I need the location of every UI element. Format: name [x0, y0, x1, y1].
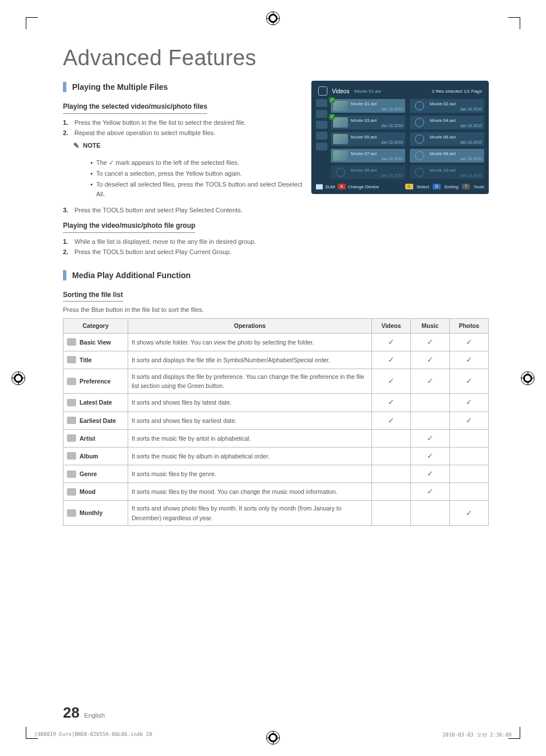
video-reel-icon — [412, 134, 427, 144]
music-cell: ✓ — [411, 483, 450, 501]
photos-cell: ✓ — [450, 394, 489, 411]
photos-cell: ✓ — [450, 333, 489, 351]
table-row: AlbumIt sorts the music file by album in… — [64, 447, 489, 465]
file-name: Movie 01.avi — [351, 101, 403, 106]
file-date: Jan.10.2010 — [351, 140, 403, 144]
tv-file-item[interactable]: ✓Movie 03.aviJan.10.2010 — [331, 116, 405, 129]
tv-breadcrumb: /Movie 01.avi — [354, 89, 381, 94]
operations-cell: It sorts and shows files by latest date. — [128, 394, 372, 411]
operations-cell: It sorts the music file by artist in alp… — [128, 429, 372, 447]
music-cell: ✓ — [411, 369, 450, 394]
section-bar-icon — [63, 82, 66, 92]
category-cell: Genre — [67, 469, 124, 478]
file-date: Jan.10.2010 — [430, 140, 482, 144]
step-text: Repeat the above operation to select mul… — [74, 128, 215, 138]
operations-cell: It sorts and displays the file by prefer… — [128, 369, 372, 394]
category-icon — [67, 356, 76, 363]
tv-file-item[interactable]: ✓Movie 01.aviJan.10.2010 — [331, 99, 405, 113]
group-step-2: 2. Press the TOOLS button and select Pla… — [63, 247, 489, 257]
note-bullet: To cancel a selection, press the Yellow … — [90, 169, 489, 179]
videos-cell — [372, 465, 411, 483]
step-1: 1. Press the Yellow button in the file l… — [63, 118, 303, 128]
file-name: Movie 06.avi — [430, 134, 482, 140]
page-number-value: 28 — [63, 704, 80, 722]
note-bullet: To deselect all selected files, press th… — [90, 180, 489, 199]
subheading-file-group: Playing the video/music/photo file group — [63, 220, 195, 233]
table-row: Latest DateIt sorts and shows files by l… — [64, 394, 489, 411]
tv-file-item[interactable]: Movie 06.aviJan.10.2010 — [410, 132, 484, 146]
videos-cell — [372, 429, 411, 447]
video-thumb — [333, 134, 348, 144]
photos-cell — [450, 483, 489, 501]
category-cell: Basic View — [67, 338, 124, 347]
category-icon — [67, 338, 76, 346]
step-text: Press the TOOLS button and select Play S… — [74, 205, 243, 215]
tv-section-label: Videos — [332, 88, 349, 94]
section2-title: Media Play Additional Function — [72, 271, 191, 280]
category-icon — [67, 470, 76, 478]
category-icon — [67, 488, 76, 496]
tv-status: 2 files selected 1/1 Page — [432, 89, 482, 94]
step-number: 3. — [63, 205, 71, 215]
photos-cell — [450, 429, 489, 447]
category-icon — [67, 378, 76, 385]
crop-tl — [26, 17, 38, 29]
music-cell: ✓ — [411, 447, 450, 465]
footer-left: [400019-Euro]BN68-02655A-00L06.indb 28 — [34, 731, 152, 739]
operations-cell: It sorts and displays the file title in … — [128, 351, 372, 369]
step-number: 2. — [63, 247, 71, 257]
table-row: PreferenceIt sorts and displays the file… — [64, 369, 489, 394]
step-text: Press the Yellow button in the file list… — [74, 118, 246, 128]
registration-mark-right — [521, 371, 535, 385]
file-date: Jan.10.2010 — [430, 107, 482, 111]
crop-tr — [508, 17, 520, 29]
category-icon — [67, 509, 76, 517]
th-operations: Operations — [128, 319, 372, 333]
th-photos: Photos — [450, 319, 489, 333]
category-icon — [67, 399, 76, 406]
photos-cell: ✓ — [450, 351, 489, 369]
table-row: Basic ViewIt shows whole folder. You can… — [64, 333, 489, 351]
subheading-selected-files: Playing the selected video/music/photo f… — [63, 101, 207, 114]
music-cell — [411, 411, 450, 429]
music-cell: ✓ — [411, 333, 450, 351]
videos-cell: ✓ — [372, 333, 411, 351]
tv-file-item[interactable]: Movie 02.aviJan.10.2010 — [410, 99, 484, 113]
videos-cell — [372, 447, 411, 465]
step-number: 1. — [63, 237, 71, 247]
music-cell: ✓ — [411, 351, 450, 369]
videos-icon — [318, 86, 327, 96]
operations-cell: It sorts music files by the genre. — [128, 465, 372, 483]
page-language: English — [84, 712, 105, 719]
operations-cell: It sorts music files by the mood. You ca… — [128, 483, 372, 501]
note-icon: ✎ — [73, 140, 80, 152]
video-reel-icon — [412, 117, 427, 128]
category-cell: Preference — [67, 377, 124, 386]
tv-file-item[interactable]: Movie 05.aviJan.10.2010 — [331, 132, 405, 146]
subheading-sorting: Sorting the file list — [63, 290, 123, 302]
operations-cell: It sorts and shows photo files by month.… — [128, 501, 372, 526]
sorting-table: Category Operations Videos Music Photos … — [63, 318, 489, 525]
category-icon — [67, 452, 76, 460]
operations-cell: It sorts the music file by album in alph… — [128, 447, 372, 465]
operations-cell: It shows whole folder. You can view the … — [128, 333, 372, 351]
footer-right: 2010-03-03 오전 2:36:09 — [442, 731, 512, 739]
step-number: 1. — [63, 118, 71, 128]
photos-cell: ✓ — [450, 501, 489, 526]
th-music: Music — [411, 319, 450, 333]
check-icon: ✓ — [329, 97, 335, 103]
step-text: While a file list is displayed, move to … — [74, 237, 256, 247]
th-category: Category — [64, 319, 128, 333]
category-cell: Artist — [67, 434, 124, 443]
table-row: MoodIt sorts music files by the mood. Yo… — [64, 483, 489, 501]
note-bullet: The ✓ mark appears to the left of the se… — [90, 158, 489, 168]
file-name: Movie 03.avi — [351, 118, 403, 123]
table-row: Earliest DateIt sorts and shows files by… — [64, 411, 489, 429]
category-cell: Monthly — [67, 508, 124, 517]
sorting-intro: Press the Blue button in the file list t… — [63, 306, 204, 313]
category-cell: Mood — [67, 487, 124, 496]
tv-file-item[interactable]: Movie 04.aviJan.10.2010 — [410, 116, 484, 129]
step-3: 3. Press the TOOLS button and select Pla… — [63, 205, 489, 215]
file-name: Movie 02.avi — [430, 101, 482, 106]
category-icon — [67, 434, 76, 442]
